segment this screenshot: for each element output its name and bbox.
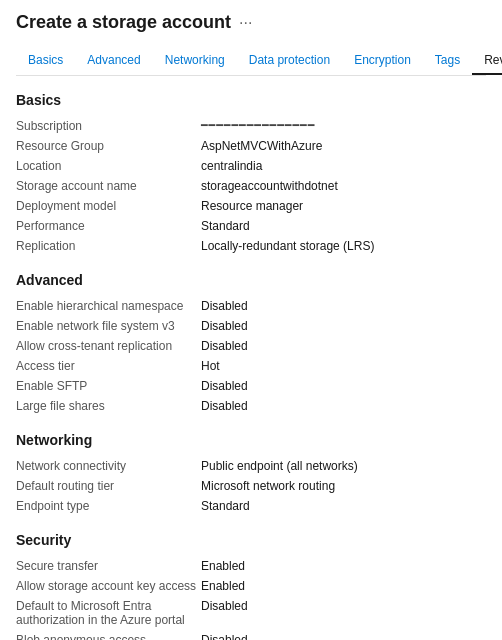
tab-encryption[interactable]: Encryption: [342, 47, 423, 75]
field-value: Disabled: [201, 399, 486, 413]
field-row: Network connectivityPublic endpoint (all…: [16, 456, 486, 476]
field-label: Network connectivity: [16, 459, 201, 473]
field-label: Location: [16, 159, 201, 173]
page-container: Create a storage account ··· BasicsAdvan…: [0, 0, 502, 640]
section-security: SecuritySecure transferEnabledAllow stor…: [16, 532, 486, 640]
tab-advanced[interactable]: Advanced: [75, 47, 152, 75]
field-label: Performance: [16, 219, 201, 233]
field-value: AspNetMVCWithAzure: [201, 139, 486, 153]
field-label: Enable hierarchical namespace: [16, 299, 201, 313]
field-row: Enable SFTPDisabled: [16, 376, 486, 396]
field-value: Disabled: [201, 633, 486, 640]
tab-bar: BasicsAdvancedNetworkingData protectionE…: [16, 47, 486, 76]
field-value: centralindia: [201, 159, 486, 173]
field-label: Endpoint type: [16, 499, 201, 513]
field-value: Disabled: [201, 299, 486, 313]
field-value: Resource manager: [201, 199, 486, 213]
field-row: Secure transferEnabled: [16, 556, 486, 576]
field-label: Enable network file system v3: [16, 319, 201, 333]
section-title-advanced: Advanced: [16, 272, 486, 288]
field-value: Standard: [201, 219, 486, 233]
more-options-icon[interactable]: ···: [239, 14, 252, 32]
field-row: Subscription━━━━━━━━━━━━━━━: [16, 116, 486, 136]
field-value: Enabled: [201, 579, 486, 593]
field-row: Large file sharesDisabled: [16, 396, 486, 416]
field-label: Blob anonymous access: [16, 633, 201, 640]
section-networking: NetworkingNetwork connectivityPublic end…: [16, 432, 486, 516]
tab-tags[interactable]: Tags: [423, 47, 472, 75]
field-value: Disabled: [201, 379, 486, 393]
field-label: Deployment model: [16, 199, 201, 213]
field-label: Storage account name: [16, 179, 201, 193]
field-value: Public endpoint (all networks): [201, 459, 486, 473]
field-label: Default to Microsoft Entra authorization…: [16, 599, 201, 627]
field-row: Locationcentralindia: [16, 156, 486, 176]
section-title-basics: Basics: [16, 92, 486, 108]
field-label: Subscription: [16, 119, 201, 133]
field-value: Enabled: [201, 559, 486, 573]
page-title: Create a storage account: [16, 12, 231, 33]
section-advanced: AdvancedEnable hierarchical namespaceDis…: [16, 272, 486, 416]
field-label: Replication: [16, 239, 201, 253]
page-header: Create a storage account ···: [16, 12, 486, 33]
field-row: Resource GroupAspNetMVCWithAzure: [16, 136, 486, 156]
field-row: Allow storage account key accessEnabled: [16, 576, 486, 596]
field-label: Secure transfer: [16, 559, 201, 573]
field-label: Allow cross-tenant replication: [16, 339, 201, 353]
sections-container: BasicsSubscription━━━━━━━━━━━━━━━Resourc…: [16, 92, 486, 640]
field-label: Default routing tier: [16, 479, 201, 493]
field-row: Default to Microsoft Entra authorization…: [16, 596, 486, 630]
field-row: Storage account namestorageaccountwithdo…: [16, 176, 486, 196]
tab-data-protection[interactable]: Data protection: [237, 47, 342, 75]
field-row: Blob anonymous accessDisabled: [16, 630, 486, 640]
field-value: storageaccountwithdotnet: [201, 179, 486, 193]
field-value: Disabled: [201, 599, 486, 627]
field-label: Allow storage account key access: [16, 579, 201, 593]
field-value: Hot: [201, 359, 486, 373]
field-value: Locally-redundant storage (LRS): [201, 239, 486, 253]
section-title-networking: Networking: [16, 432, 486, 448]
field-row: Enable network file system v3Disabled: [16, 316, 486, 336]
tab-review[interactable]: Review: [472, 47, 502, 75]
field-value: Disabled: [201, 339, 486, 353]
field-row: Endpoint typeStandard: [16, 496, 486, 516]
field-row: ReplicationLocally-redundant storage (LR…: [16, 236, 486, 256]
tab-networking[interactable]: Networking: [153, 47, 237, 75]
field-row: Allow cross-tenant replicationDisabled: [16, 336, 486, 356]
field-row: PerformanceStandard: [16, 216, 486, 236]
field-value: ━━━━━━━━━━━━━━━: [201, 119, 486, 133]
field-row: Default routing tierMicrosoft network ro…: [16, 476, 486, 496]
field-label: Enable SFTP: [16, 379, 201, 393]
tab-basics[interactable]: Basics: [16, 47, 75, 75]
field-label: Large file shares: [16, 399, 201, 413]
field-label: Resource Group: [16, 139, 201, 153]
field-value: Standard: [201, 499, 486, 513]
field-row: Enable hierarchical namespaceDisabled: [16, 296, 486, 316]
field-value: Disabled: [201, 319, 486, 333]
field-row: Access tierHot: [16, 356, 486, 376]
field-value: Microsoft network routing: [201, 479, 486, 493]
field-label: Access tier: [16, 359, 201, 373]
section-basics: BasicsSubscription━━━━━━━━━━━━━━━Resourc…: [16, 92, 486, 256]
section-title-security: Security: [16, 532, 486, 548]
field-row: Deployment modelResource manager: [16, 196, 486, 216]
